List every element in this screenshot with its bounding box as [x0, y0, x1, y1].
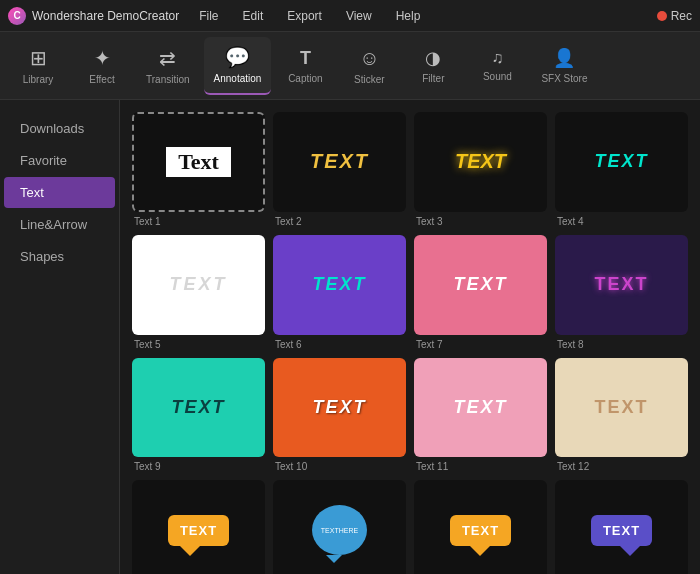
text8-thumb: TEXT — [555, 235, 688, 335]
tool-sticker[interactable]: ☺ Sticker — [339, 37, 399, 95]
list-item[interactable]: TEXT Dialog Box 4 — [555, 480, 688, 574]
rec-label: Rec — [671, 9, 692, 23]
tool-transition[interactable]: ⇄ Transition — [136, 37, 200, 95]
text1-thumb: Text — [132, 112, 265, 212]
annotation-icon: 💬 — [225, 45, 250, 69]
rec-button[interactable]: Rec — [657, 9, 692, 23]
rec-dot-icon — [657, 11, 667, 21]
toolbar: ⊞ Library ✦ Effect ⇄ Transition 💬 Annota… — [0, 32, 700, 100]
tool-caption[interactable]: T Caption — [275, 37, 335, 95]
sidebar-item-downloads[interactable]: Downloads — [4, 113, 115, 144]
tool-sticker-label: Sticker — [354, 74, 385, 85]
list-item[interactable]: TEXT Dialog Box 3 — [414, 480, 547, 574]
caption-icon: T — [300, 48, 311, 69]
menu-bar: C Wondershare DemoCreator File Edit Expo… — [0, 0, 700, 32]
tool-library[interactable]: ⊞ Library — [8, 37, 68, 95]
tool-effect-label: Effect — [89, 74, 114, 85]
list-item[interactable]: TEXT Text 9 — [132, 358, 265, 473]
menu-file[interactable]: File — [195, 7, 222, 25]
list-item[interactable]: TEXT Text 8 — [555, 235, 688, 350]
db4-thumb: TEXT — [555, 480, 688, 574]
text3-thumb: TEXT — [414, 112, 547, 212]
text9-thumb: TEXT — [132, 358, 265, 458]
text4-label: Text 4 — [555, 216, 688, 227]
text4-thumb: TEXT — [555, 112, 688, 212]
text7-label: Text 7 — [414, 339, 547, 350]
tool-filter[interactable]: ◑ Filter — [403, 37, 463, 95]
list-item[interactable]: TEXT Text 6 — [273, 235, 406, 350]
text1-label: Text 1 — [132, 216, 265, 227]
sidebar-item-text[interactable]: Text — [4, 177, 115, 208]
list-item[interactable]: TEXT Text 2 — [273, 112, 406, 227]
text8-label: Text 8 — [555, 339, 688, 350]
list-item[interactable]: TEXTHERE Dialog Box 2 — [273, 480, 406, 574]
text11-label: Text 11 — [414, 461, 547, 472]
transition-icon: ⇄ — [159, 46, 176, 70]
tool-transition-label: Transition — [146, 74, 190, 85]
tool-sound[interactable]: ♫ Sound — [467, 37, 527, 95]
tool-annotation-label: Annotation — [214, 73, 262, 84]
menu-help[interactable]: Help — [392, 7, 425, 25]
thumbnail-grid: Text Text 1 TEXT Text 2 TEXT Text 3 TEXT — [132, 112, 688, 574]
tool-caption-label: Caption — [288, 73, 322, 84]
sidebar: Downloads Favorite Text Line&Arrow Shape… — [0, 100, 120, 574]
list-item[interactable]: TEXT Text 5 — [132, 235, 265, 350]
content-area: Text Text 1 TEXT Text 2 TEXT Text 3 TEXT — [120, 100, 700, 574]
text6-thumb: TEXT — [273, 235, 406, 335]
app-logo-icon: C — [8, 7, 26, 25]
text12-label: Text 12 — [555, 461, 688, 472]
text9-label: Text 9 — [132, 461, 265, 472]
text7-thumb: TEXT — [414, 235, 547, 335]
text11-thumb: TEXT — [414, 358, 547, 458]
menu-edit[interactable]: Edit — [239, 7, 268, 25]
sidebar-item-shapes[interactable]: Shapes — [4, 241, 115, 272]
db3-thumb: TEXT — [414, 480, 547, 574]
tool-effect[interactable]: ✦ Effect — [72, 37, 132, 95]
sticker-icon: ☺ — [359, 47, 379, 70]
text6-label: Text 6 — [273, 339, 406, 350]
filter-icon: ◑ — [425, 47, 441, 69]
tool-library-label: Library — [23, 74, 54, 85]
menu-items: File Edit Export View Help — [195, 7, 424, 25]
text5-thumb: TEXT — [132, 235, 265, 335]
list-item[interactable]: TEXT Text 11 — [414, 358, 547, 473]
sidebar-item-line-arrow[interactable]: Line&Arrow — [4, 209, 115, 240]
sidebar-item-favorite[interactable]: Favorite — [4, 145, 115, 176]
list-item[interactable]: Text Text 1 — [132, 112, 265, 227]
sfx-store-icon: 👤 — [553, 47, 575, 69]
menu-view[interactable]: View — [342, 7, 376, 25]
tool-sfx-store[interactable]: 👤 SFX Store — [531, 37, 597, 95]
effect-icon: ✦ — [94, 46, 111, 70]
tool-sound-label: Sound — [483, 71, 512, 82]
tool-sfx-store-label: SFX Store — [541, 73, 587, 84]
app-name: Wondershare DemoCreator — [32, 9, 179, 23]
text10-thumb: TEXT — [273, 358, 406, 458]
text2-thumb: TEXT — [273, 112, 406, 212]
db1-thumb: TEXT — [132, 480, 265, 574]
main-area: Downloads Favorite Text Line&Arrow Shape… — [0, 100, 700, 574]
tool-filter-label: Filter — [422, 73, 444, 84]
list-item[interactable]: TEXT Text 7 — [414, 235, 547, 350]
list-item[interactable]: TEXT Dialog Box 1 — [132, 480, 265, 574]
text3-label: Text 3 — [414, 216, 547, 227]
list-item[interactable]: TEXT Text 3 — [414, 112, 547, 227]
sound-icon: ♫ — [491, 49, 503, 67]
app-logo: C Wondershare DemoCreator — [8, 7, 179, 25]
db2-thumb: TEXTHERE — [273, 480, 406, 574]
text2-label: Text 2 — [273, 216, 406, 227]
text5-label: Text 5 — [132, 339, 265, 350]
menu-export[interactable]: Export — [283, 7, 326, 25]
text10-label: Text 10 — [273, 461, 406, 472]
list-item[interactable]: TEXT Text 4 — [555, 112, 688, 227]
list-item[interactable]: TEXT Text 12 — [555, 358, 688, 473]
list-item[interactable]: TEXT Text 10 — [273, 358, 406, 473]
text12-thumb: TEXT — [555, 358, 688, 458]
library-icon: ⊞ — [30, 46, 47, 70]
tool-annotation[interactable]: 💬 Annotation — [204, 37, 272, 95]
